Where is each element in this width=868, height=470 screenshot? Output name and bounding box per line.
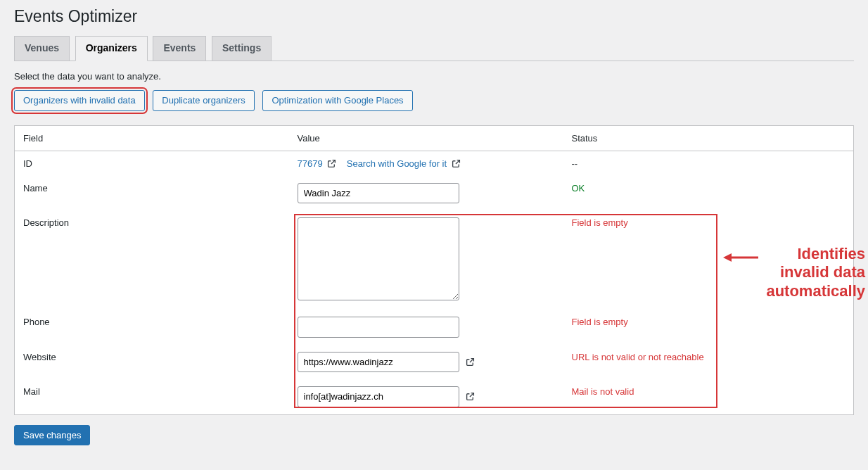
- tab-settings[interactable]: Settings: [212, 36, 272, 61]
- table-row: Phone Field is empty: [15, 310, 854, 345]
- table-row: Website URL is not valid or not reachabl…: [15, 345, 854, 380]
- external-link-icon[interactable]: [466, 392, 475, 401]
- external-link-icon[interactable]: [452, 159, 461, 168]
- status-website: URL is not valid or not reachable: [572, 352, 704, 362]
- header-value: Value: [289, 125, 563, 151]
- field-label-phone: Phone: [15, 310, 289, 345]
- website-input[interactable]: [298, 352, 459, 373]
- field-label-mail: Mail: [15, 379, 289, 414]
- tab-venues[interactable]: Venues: [14, 36, 70, 61]
- tab-navigation: Venues Organizers Events Settings: [14, 36, 854, 61]
- table-row: Mail Mail is not valid: [15, 379, 854, 414]
- table-row: Description Field is empty: [15, 210, 854, 310]
- header-status: Status: [563, 125, 854, 151]
- phone-input[interactable]: [298, 317, 459, 338]
- tab-organizers[interactable]: Organizers: [75, 36, 148, 61]
- table-row: Name OK: [15, 176, 854, 211]
- filter-button-row: Organizers with invalid data Duplicate o…: [14, 90, 854, 111]
- optimization-google-places-button[interactable]: Optimization with Google Places: [262, 90, 412, 111]
- duplicate-organizers-button[interactable]: Duplicate organizers: [153, 90, 255, 111]
- table-row: ID 77679 Search with Google for it --: [15, 151, 854, 176]
- field-label-id: ID: [15, 151, 289, 176]
- name-input[interactable]: [298, 183, 459, 204]
- status-id: --: [563, 151, 854, 176]
- external-link-icon[interactable]: [327, 159, 336, 168]
- page-title: Events Optimizer: [14, 7, 854, 26]
- field-label-description: Description: [15, 210, 289, 310]
- description-textarea[interactable]: [298, 217, 459, 300]
- status-phone: Field is empty: [572, 317, 628, 327]
- status-description: Field is empty: [572, 217, 628, 228]
- status-mail: Mail is not valid: [572, 386, 634, 397]
- tab-events[interactable]: Events: [153, 36, 206, 61]
- external-link-icon[interactable]: [466, 357, 475, 367]
- data-table: Field Value Status ID 77679 Search wit: [14, 125, 854, 415]
- instruction-text: Select the data you want to analyze.: [14, 71, 854, 82]
- organizers-invalid-data-button[interactable]: Organizers with invalid data: [14, 90, 145, 111]
- field-label-name: Name: [15, 176, 289, 211]
- save-changes-button[interactable]: Save changes: [14, 425, 90, 445]
- id-link[interactable]: 77679: [298, 158, 323, 169]
- status-name: OK: [572, 183, 585, 193]
- mail-input[interactable]: [298, 386, 459, 407]
- header-field: Field: [15, 125, 289, 151]
- field-label-website: Website: [15, 345, 289, 380]
- search-google-link[interactable]: Search with Google for it: [347, 158, 447, 169]
